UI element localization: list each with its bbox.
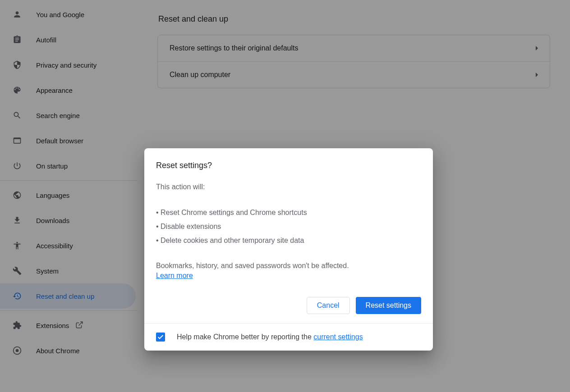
report-settings-checkbox[interactable] — [156, 333, 165, 342]
dialog-footer: Help make Chrome better by reporting the… — [144, 323, 433, 351]
learn-more-link[interactable]: Learn more — [156, 272, 193, 279]
check-icon — [157, 333, 164, 341]
reset-settings-button[interactable]: Reset settings — [356, 297, 421, 314]
dialog-bullet-list: • Reset Chrome settings and Chrome short… — [156, 205, 421, 248]
dialog-footer-text: Help make Chrome better by reporting the… — [177, 333, 363, 341]
dialog-note: Bookmarks, history, and saved passwords … — [156, 260, 421, 272]
dialog-bullet: • Delete cookies and other temporary sit… — [156, 233, 421, 247]
reset-settings-dialog: Reset settings? This action will: • Rese… — [144, 148, 433, 351]
dialog-bullet: • Disable extensions — [156, 219, 421, 233]
cancel-button[interactable]: Cancel — [307, 297, 350, 314]
dialog-intro: This action will: — [156, 181, 421, 193]
current-settings-link[interactable]: current settings — [313, 333, 363, 341]
dialog-body: Reset settings? This action will: • Rese… — [144, 148, 433, 323]
dialog-bullet: • Reset Chrome settings and Chrome short… — [156, 205, 421, 219]
dialog-title: Reset settings? — [156, 161, 421, 170]
dialog-buttons: Cancel Reset settings — [156, 297, 421, 314]
